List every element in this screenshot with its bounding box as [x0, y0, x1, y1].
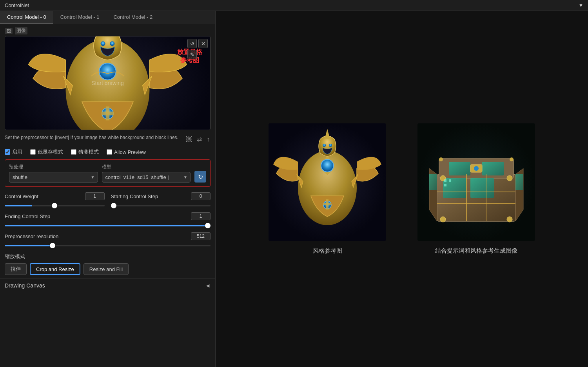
image-controls: ↺ ✕ ✎	[187, 39, 208, 59]
image-icon: 🖼	[5, 28, 13, 34]
dual-sliders-row: Control Weight 1 Starting Control Step 0	[5, 192, 211, 208]
lowvram-checkbox[interactable]	[30, 149, 36, 155]
svg-point-44	[510, 157, 514, 161]
control-weight-slider[interactable]	[5, 205, 105, 206]
svg-point-6	[110, 41, 114, 46]
image-area-wrapper: 🖼 图像	[0, 24, 215, 130]
zoom-title: 缩放模式	[5, 253, 211, 260]
image-controls-row-2: ✎	[187, 50, 208, 59]
preview-label: Allow Preview	[114, 149, 146, 155]
resolution-value: 512	[191, 232, 211, 240]
image-area-header: 🖼 图像	[5, 27, 211, 34]
svg-rect-49	[515, 174, 523, 190]
svg-point-38	[474, 166, 479, 171]
dual-sliders-section: Control Weight 1 Starting Control Step 0	[0, 191, 215, 211]
svg-point-40	[507, 175, 512, 181]
svg-rect-31	[449, 162, 470, 175]
preprocessor-select-wrapper: shuffle ▼	[9, 172, 98, 183]
right-images-row: 风格参考图	[269, 123, 535, 255]
tab-control-model-1[interactable]: Control Model - 1	[53, 11, 107, 24]
starting-step-slider[interactable]	[111, 205, 211, 206]
tab-control-model-2[interactable]: Control Model - 2	[106, 11, 160, 24]
swap-icon-button[interactable]: ⇄	[196, 135, 203, 144]
ending-step-section: Ending Control Step 1	[0, 211, 215, 231]
image-controls-row: ↺ ✕	[187, 39, 208, 48]
resolution-row: Preprocessor resolution 512	[5, 232, 211, 240]
image-center-text: Start drawing	[91, 80, 123, 86]
crop-resize-button[interactable]: Crop and Resize	[30, 263, 80, 275]
ending-step-row: Ending Control Step 1	[5, 212, 211, 220]
svg-rect-45	[444, 179, 446, 182]
svg-rect-9	[102, 112, 114, 116]
lowvram-label: 低显存模式	[38, 148, 63, 155]
image-container[interactable]: 放置风格参考图 Start drawing ↺ ✕ ✎	[5, 36, 211, 130]
right-image-box-1	[269, 123, 386, 241]
title-arrow[interactable]: ▼	[579, 3, 583, 8]
edit-image-button[interactable]: ✎	[187, 50, 197, 59]
left-panel: Control Model - 0 Control Model - 1 Cont…	[0, 11, 216, 367]
svg-point-17	[323, 144, 326, 147]
info-text: Set the preprocessor to [invert] If your…	[5, 134, 180, 141]
right-image-item-1: 风格参考图	[269, 123, 386, 255]
preview-checkbox-item[interactable]: Allow Preview	[107, 149, 146, 155]
svg-rect-46	[449, 179, 451, 182]
model-select-wrapper: control_v11e_sd15_shuffle | ▼	[102, 172, 191, 183]
reload-model-button[interactable]: ↻	[194, 171, 206, 183]
starting-control-step-row: Starting Control Step 0	[111, 192, 211, 200]
starting-step-label: Starting Control Step	[111, 193, 158, 199]
guess-checkbox[interactable]	[71, 149, 76, 155]
guess-checkbox-item[interactable]: 猜测模式	[71, 148, 99, 155]
right-panel: 风格参考图	[216, 11, 588, 367]
svg-point-15	[321, 159, 334, 172]
close-image-button[interactable]: ✕	[198, 39, 208, 48]
starting-step-value: 0	[191, 192, 211, 200]
enable-label: 启用	[12, 148, 22, 155]
svg-rect-47	[444, 184, 446, 186]
right-image-item-2: 结合提示词和风格参考生成图像	[417, 123, 535, 255]
preprocessor-dropdown-group: 预处理 shuffle ▼	[9, 164, 98, 183]
drawing-canvas-arrow: ◄	[205, 282, 211, 289]
photo-icon-button[interactable]: 🖼	[185, 135, 193, 144]
enable-checkbox-item[interactable]: 启用	[5, 148, 22, 155]
svg-point-42	[507, 217, 512, 222]
drawing-canvas-title: Drawing Canvas	[5, 282, 45, 289]
main-layout: Control Model - 0 Control Model - 1 Cont…	[0, 11, 588, 367]
control-weight-group: Control Weight 1	[5, 192, 105, 208]
control-weight-row: Control Weight 1	[5, 192, 105, 200]
preview-checkbox[interactable]	[107, 149, 112, 155]
ending-step-label: Ending Control Step	[5, 213, 50, 219]
reset-image-button[interactable]: ↺	[187, 39, 197, 48]
svg-point-18	[329, 144, 332, 147]
preprocessor-model-section: 预处理 shuffle ▼ 模型 control_v11e_sd15_shuff…	[5, 159, 211, 187]
right-image-box-2	[417, 123, 535, 241]
stretch-button[interactable]: 拉伸	[5, 263, 27, 275]
model-label: 模型	[102, 164, 191, 170]
upload-icon-button[interactable]: ↑	[206, 135, 211, 144]
dropdowns-row: 预处理 shuffle ▼ 模型 control_v11e_sd15_shuff…	[9, 164, 206, 183]
preprocessor-label: 预处理	[9, 164, 98, 170]
resolution-slider[interactable]	[5, 245, 211, 246]
enable-checkbox[interactable]	[5, 149, 10, 155]
generated-image	[417, 123, 535, 241]
title-bar: ControlNet ▼	[0, 0, 588, 11]
image1-label: 风格参考图	[313, 247, 342, 255]
svg-point-3	[99, 63, 116, 80]
starting-control-step-group: Starting Control Step 0	[111, 192, 211, 208]
tab-control-model-0[interactable]: Control Model - 0	[0, 11, 53, 24]
guess-label: 猜测模式	[78, 148, 99, 155]
lowvram-checkbox-item[interactable]: 低显存模式	[30, 148, 63, 155]
resize-fill-button[interactable]: Resize and Fill	[83, 263, 129, 275]
checkboxes-row: 启用 低显存模式 猜测模式 Allow Preview	[0, 146, 215, 159]
info-section: Set the preprocessor to [invert] If your…	[0, 130, 215, 146]
preprocessor-select[interactable]: shuffle	[9, 172, 98, 183]
ending-step-slider[interactable]	[5, 225, 211, 226]
resolution-label: Preprocessor resolution	[5, 233, 58, 239]
ending-step-value: 1	[191, 212, 211, 220]
style-ref-image	[269, 123, 386, 241]
svg-rect-21	[323, 203, 331, 205]
model-select[interactable]: control_v11e_sd15_shuffle |	[102, 172, 191, 183]
control-weight-label: Control Weight	[5, 193, 38, 199]
app-title: ControlNet	[5, 2, 29, 8]
drawing-canvas-section[interactable]: Drawing Canvas ◄	[0, 278, 215, 293]
svg-rect-48	[429, 174, 437, 190]
